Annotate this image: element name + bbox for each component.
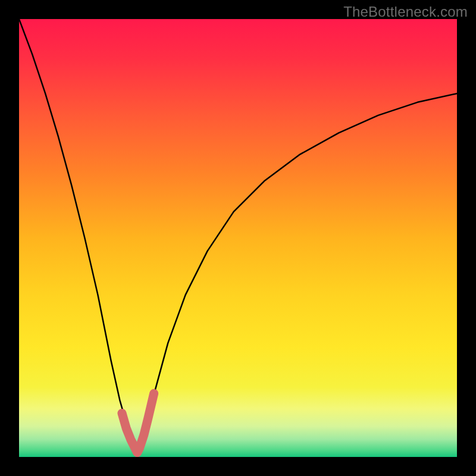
watermark-text: TheBottleneck.com [343,4,468,20]
plot-area [19,19,457,457]
chart-stage: TheBottleneck.com [0,0,476,476]
chart-svg [19,19,457,457]
